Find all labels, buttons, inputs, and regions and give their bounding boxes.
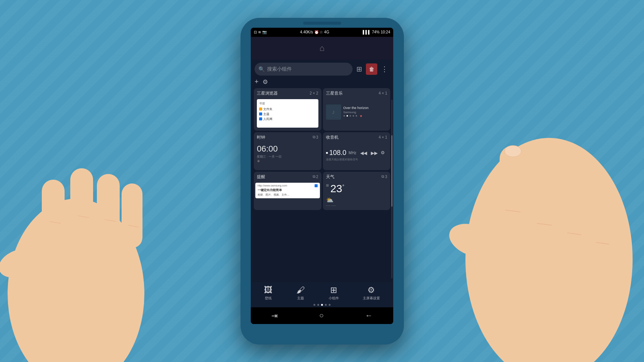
- battery-level: 74%: [372, 30, 380, 34]
- weather-temp-unit: °: [342, 183, 345, 189]
- search-area: 🔍 搜索小组件 ⊞ 🗑 ⋮: [251, 60, 393, 76]
- clock-widget-body: 06:00 星期三 · 一月 一日 ⏰: [254, 142, 321, 170]
- music-like-icon[interactable]: ♥: [360, 114, 362, 118]
- reminder-content: 相册、图片、视频、文件...: [258, 193, 318, 197]
- music-controls: ♥: [343, 114, 388, 118]
- widget-row-2: 时钟 ⧉ 3 06:00 星期三 · 一月 一日 ⏰: [254, 132, 390, 170]
- theme-icon: 🖌: [296, 285, 305, 295]
- radio-widget-header: 收音机 4 × 1: [323, 132, 391, 142]
- page-dot-4: [325, 304, 327, 306]
- music-widget-size: 4 × 1: [378, 91, 387, 95]
- reminder-widget-body: http://www.samsung.com 一键定向功能简单 相册、图片、视频…: [254, 181, 321, 210]
- page-dot-3: [321, 304, 323, 306]
- clock-alarm: ⏰: [257, 160, 318, 163]
- radio-widget[interactable]: 收音机 4 × 1 108.0 MHz ◀◀ ▶▶: [323, 132, 391, 170]
- browser-widget-size: 2 × 2: [310, 91, 318, 95]
- reminder-url: http://www.samsung.com: [258, 184, 287, 187]
- svg-rect-12: [532, 168, 558, 252]
- widgets-button[interactable]: ⊞ 小组件: [329, 285, 339, 301]
- clock-display-time: 06:00: [257, 144, 318, 154]
- theme-button[interactable]: 🖌 主题: [296, 285, 305, 301]
- delete-icon: 🗑: [369, 66, 374, 72]
- status-bar-right: ▌▌▌ 74% 10:24: [363, 30, 390, 34]
- reminder-title: 一键定向功能简单: [258, 188, 318, 192]
- weather-temp-value: 23: [331, 183, 342, 194]
- settings-icon[interactable]: ⚙: [263, 78, 268, 85]
- reminder-count-value: 2: [316, 175, 318, 179]
- add-widget-button[interactable]: +: [255, 78, 259, 86]
- radio-next-btn[interactable]: ▶▶: [371, 150, 378, 156]
- music-widget[interactable]: 三星音乐 4 × 1 ♪ Over the horizon Samsung: [323, 88, 391, 131]
- clock-count-value: 3: [316, 135, 318, 139]
- weather-location-icon: ⊞: [326, 183, 329, 187]
- page-indicator: [251, 302, 393, 307]
- weather-widget-title: 天气: [326, 174, 334, 180]
- browser-nav-item-2: 主题: [263, 112, 269, 116]
- weather-temp-row: ⊞ 23°: [326, 183, 388, 195]
- phone-speaker: [303, 22, 341, 25]
- folder-icon: [259, 107, 262, 111]
- radio-prev-btn[interactable]: ◀◀: [360, 150, 367, 156]
- reminder-copy-icon: ⧉: [313, 174, 315, 179]
- widget-panel: 🔍 搜索小组件 ⊞ 🗑 ⋮ + ⚙: [251, 60, 393, 307]
- more-options-button[interactable]: ⋮: [380, 64, 389, 74]
- widget-grid: 三星浏览器 2 × 2 书签 文件夹: [251, 88, 393, 282]
- reminder-widget[interactable]: 提醒 ⧉ 2 http://www.samsung.com: [254, 172, 321, 210]
- clock-widget-count: ⧉ 3: [313, 135, 318, 139]
- delete-button[interactable]: 🗑: [366, 63, 377, 75]
- homescreen-settings-button[interactable]: ⚙ 主屏幕设置: [363, 285, 380, 301]
- scrollbar-thumb[interactable]: [391, 135, 392, 207]
- svg-rect-2: [42, 180, 65, 248]
- back-button[interactable]: ←: [365, 311, 373, 320]
- clock-widget[interactable]: 时钟 ⧉ 3 06:00 星期三 · 一月 一日 ⏰: [254, 132, 321, 170]
- signal-icon: ▌▌▌: [363, 30, 371, 34]
- theme-label: 主题: [297, 296, 304, 301]
- wallpaper-button[interactable]: 🖼 壁纸: [264, 285, 272, 301]
- browser-nav-label: 书签: [259, 101, 316, 106]
- browser-icon: [259, 112, 262, 115]
- music-widget-title: 三星音乐: [326, 90, 343, 96]
- search-bar[interactable]: 🔍 搜索小组件: [255, 63, 353, 76]
- svg-rect-11: [500, 145, 526, 240]
- radio-controls: ◀◀ ▶▶: [358, 150, 378, 156]
- radio-widget-title: 收音机: [326, 134, 339, 140]
- weather-icon-row: ⛅: [326, 196, 388, 204]
- music-artist: Samsung: [343, 111, 388, 114]
- radio-settings-icon[interactable]: ⚙: [381, 150, 385, 155]
- weather-widget[interactable]: 天气 ⧉ 3 ⊞ 23°: [323, 172, 391, 210]
- grid-icon[interactable]: ⊞: [355, 63, 364, 75]
- browser-widget-title: 三星浏览器: [257, 90, 278, 96]
- home-area: ⌂: [251, 37, 393, 60]
- radio-subtitle: 连接天线以便更好接收信号: [326, 158, 388, 161]
- recent-apps-button[interactable]: ⇥: [271, 311, 278, 320]
- browser-widget-body: 书签 文件夹 主题: [254, 98, 321, 131]
- clock-widget-title: 时钟: [257, 134, 265, 140]
- browser-nav-theme: 主题: [259, 112, 316, 117]
- scrollbar-track[interactable]: [391, 100, 392, 278]
- home-button[interactable]: ○: [319, 311, 324, 320]
- reminder-widget-title: 提醒: [257, 174, 265, 180]
- music-song-title: Over the horizon: [343, 106, 388, 110]
- widget-row-3: 提醒 ⧉ 2 http://www.samsung.com: [254, 172, 390, 210]
- widget-row-1: 三星浏览器 2 × 2 书签 文件夹: [254, 88, 390, 131]
- page-dot-2: [317, 304, 319, 306]
- toolbar-row: + ⚙: [251, 76, 393, 88]
- status-bar-center: 4.40K/s ⏰ ☆ 4G: [300, 30, 329, 34]
- radio-frequency: 108.0: [329, 149, 347, 157]
- weather-cloud-icon: ⛅: [326, 196, 334, 204]
- left-hand-illustration: [0, 104, 209, 362]
- browser-widget[interactable]: 三星浏览器 2 × 2 书签 文件夹: [254, 88, 321, 131]
- widgets-icon: ⊞: [330, 285, 337, 295]
- music-info: Over the horizon Samsung ♥: [343, 106, 388, 118]
- music-dot-4: [353, 115, 354, 117]
- weather-widget-body: ⊞ 23° ⛅ ~~~ ~~~: [323, 181, 391, 210]
- browser-icon-2: [259, 117, 262, 120]
- music-widget-body: ♪ Over the horizon Samsung: [323, 98, 391, 128]
- homescreen-settings-label: 主屏幕设置: [363, 296, 380, 301]
- svg-rect-4: [97, 174, 120, 246]
- search-icon: 🔍: [258, 66, 265, 72]
- browser-nav-item-3: 人民网: [263, 117, 272, 121]
- clock-display-date: 星期三 · 一月 一日: [257, 155, 318, 159]
- weather-copy-icon: ⧉: [381, 174, 384, 179]
- radio-indicator-dot: [326, 152, 328, 154]
